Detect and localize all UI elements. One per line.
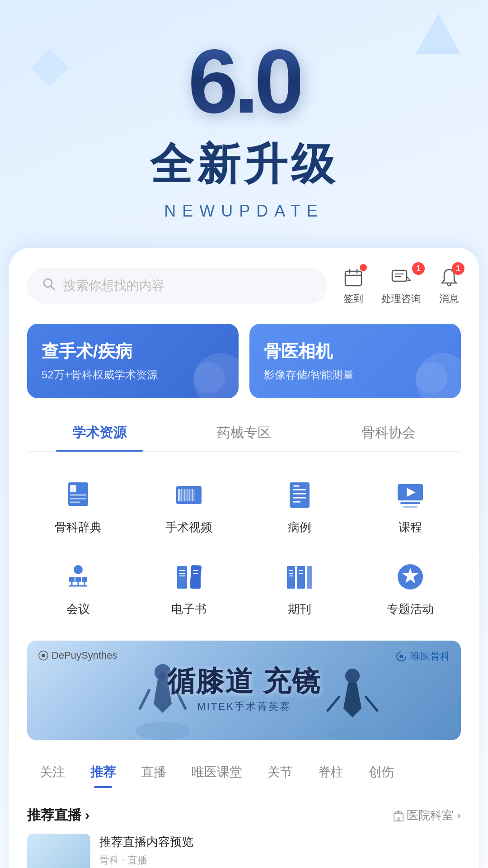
search-bar[interactable]: 搜索你想找的内容 bbox=[27, 268, 327, 304]
hospital-icon bbox=[392, 809, 405, 822]
section-row-live: 推荐直播 › 医院科室 › bbox=[27, 797, 461, 829]
message-icon-item[interactable]: 1 消息 bbox=[437, 266, 461, 306]
feed-tab-joint[interactable]: 关节 bbox=[255, 756, 305, 788]
consult-label: 处理咨询 bbox=[381, 292, 421, 306]
grid-item-video[interactable]: 手术视频 bbox=[138, 470, 239, 542]
main-card: 搜索你想找的内容 签到 bbox=[9, 248, 479, 868]
hero-title: 全新升级 bbox=[150, 136, 338, 194]
svg-point-63 bbox=[136, 722, 190, 740]
surgery-banner-btn[interactable]: 查手术/疾病 52万+骨科权威学术资源 bbox=[27, 324, 239, 398]
svg-point-62 bbox=[399, 655, 403, 658]
content-title-1: 推荐直播内容预览 bbox=[99, 834, 461, 850]
search-icon bbox=[42, 277, 56, 295]
grid-item-course[interactable]: 课程 bbox=[359, 470, 461, 542]
bell-icon: 1 bbox=[437, 266, 461, 289]
surgery-banner-title: 查手术/疾病 bbox=[42, 340, 224, 363]
consult-icon-item[interactable]: 1 处理咨询 bbox=[381, 266, 421, 306]
svg-point-61 bbox=[42, 654, 45, 657]
tab-academic[interactable]: 学术资源 bbox=[27, 415, 172, 451]
svg-rect-51 bbox=[297, 566, 305, 589]
signin-label: 签到 bbox=[343, 292, 363, 306]
svg-rect-22 bbox=[290, 482, 310, 508]
banner-deco-2 bbox=[193, 362, 225, 394]
svg-point-32 bbox=[74, 565, 83, 574]
grid-label-conference: 会议 bbox=[66, 601, 90, 617]
feed-tab-weiyike[interactable]: 唯医课堂 bbox=[179, 756, 255, 788]
search-placeholder-text: 搜索你想找的内容 bbox=[63, 277, 164, 294]
banner-row: 查手术/疾病 52万+骨科权威学术资源 骨医相机 影像存储/智能测量 bbox=[27, 324, 461, 398]
grid-item-activity[interactable]: 专题活动 bbox=[359, 552, 461, 624]
content-preview: 推荐直播内容预览 骨科 · 直播 bbox=[27, 829, 461, 868]
play-icon bbox=[392, 477, 428, 513]
grid-item-journal[interactable]: 期刊 bbox=[249, 552, 350, 624]
hero-section: 6.0 全新升级 NEWUPDATE bbox=[0, 0, 488, 248]
svg-rect-70 bbox=[397, 817, 400, 821]
ad-main-text: 循膝道 充镜 bbox=[167, 667, 320, 695]
svg-rect-27 bbox=[293, 485, 300, 487]
message-label: 消息 bbox=[439, 292, 459, 306]
journal-icon bbox=[282, 559, 318, 595]
signin-badge-dot bbox=[360, 264, 367, 271]
content-meta-1: 骨科 · 直播 bbox=[99, 854, 461, 867]
grid-label-video: 手术视频 bbox=[165, 519, 212, 535]
version-number: 6.0 bbox=[188, 36, 300, 127]
ad-logo-right: 唯医骨科 bbox=[395, 650, 450, 663]
banner-deco-4 bbox=[416, 362, 447, 394]
signin-icon-item[interactable]: 签到 bbox=[342, 266, 365, 306]
svg-rect-34 bbox=[75, 577, 81, 582]
grid-label-journal: 期刊 bbox=[288, 601, 311, 617]
content-info-1: 推荐直播内容预览 骨科 · 直播 bbox=[99, 834, 461, 868]
ad-banner[interactable]: DePuySynthes 唯医骨科 bbox=[27, 641, 461, 740]
feed-tab-recommend[interactable]: 推荐 bbox=[78, 756, 128, 788]
camera-banner-btn[interactable]: 骨医相机 影像存储/智能测量 bbox=[249, 324, 461, 398]
grid-label-course: 课程 bbox=[399, 519, 422, 535]
grid-label-ebook: 电子书 bbox=[171, 601, 206, 617]
hospital-link-text: 医院科室 › bbox=[407, 807, 461, 823]
ad-sub-text: MITEK手术菁英赛 bbox=[167, 700, 320, 713]
grid-label-activity: 专题活动 bbox=[387, 601, 434, 617]
svg-rect-35 bbox=[82, 577, 87, 582]
star-icon bbox=[392, 559, 428, 595]
ad-banner-content: DePuySynthes 唯医骨科 bbox=[27, 641, 461, 740]
figure-right bbox=[312, 654, 393, 740]
feed-tab-spine[interactable]: 脊柱 bbox=[305, 756, 356, 788]
feed-tab-follow[interactable]: 关注 bbox=[27, 756, 78, 788]
grid-item-dictionary[interactable]: 骨科辞典 bbox=[27, 470, 129, 542]
camera-banner-title: 骨医相机 bbox=[264, 340, 446, 363]
message-badge: 1 bbox=[452, 262, 465, 275]
document-icon bbox=[282, 477, 318, 513]
svg-line-1 bbox=[51, 286, 55, 290]
svg-rect-2 bbox=[345, 271, 361, 286]
grid-item-ebook[interactable]: 电子书 bbox=[138, 552, 239, 624]
svg-rect-10 bbox=[70, 485, 76, 492]
grid-item-case[interactable]: 病例 bbox=[249, 470, 350, 542]
main-tabs-row: 学术资源 药械专区 骨科协会 bbox=[27, 415, 461, 452]
ad-center-overlay: 循膝道 充镜 MITEK手术菁英赛 bbox=[167, 667, 320, 713]
book-icon bbox=[60, 477, 96, 513]
chat-icon: 1 bbox=[389, 266, 413, 289]
feed-tab-trauma[interactable]: 创伤 bbox=[356, 756, 407, 788]
content-thumb-1 bbox=[27, 834, 90, 868]
section-title-live[interactable]: 推荐直播 › bbox=[27, 806, 89, 825]
grid-menu: 骨科辞典 手术视频 bbox=[27, 470, 461, 624]
consult-badge: 1 bbox=[412, 262, 425, 275]
svg-point-66 bbox=[345, 669, 360, 683]
section-link-hospital[interactable]: 医院科室 › bbox=[392, 807, 461, 823]
video-icon bbox=[171, 477, 207, 513]
feed-tab-live[interactable]: 直播 bbox=[128, 756, 179, 788]
grid-label-case: 病例 bbox=[288, 519, 311, 535]
svg-rect-33 bbox=[69, 577, 75, 582]
hero-subtitle: NEWUPDATE bbox=[164, 202, 324, 221]
deco-diamond bbox=[31, 49, 69, 87]
search-row: 搜索你想找的内容 签到 bbox=[27, 266, 461, 306]
tab-association[interactable]: 骨科协会 bbox=[316, 415, 461, 451]
svg-rect-50 bbox=[287, 566, 295, 589]
svg-rect-6 bbox=[392, 270, 407, 281]
ebook-icon bbox=[171, 559, 207, 595]
deco-triangle bbox=[416, 14, 461, 54]
svg-rect-47 bbox=[191, 566, 201, 589]
grid-item-conference[interactable]: 会议 bbox=[27, 552, 129, 624]
tab-pharma[interactable]: 药械专区 bbox=[172, 415, 316, 451]
feed-tabs: 关注 推荐 直播 唯医课堂 关节 脊柱 创伤 bbox=[27, 756, 461, 797]
conference-icon bbox=[60, 559, 96, 595]
